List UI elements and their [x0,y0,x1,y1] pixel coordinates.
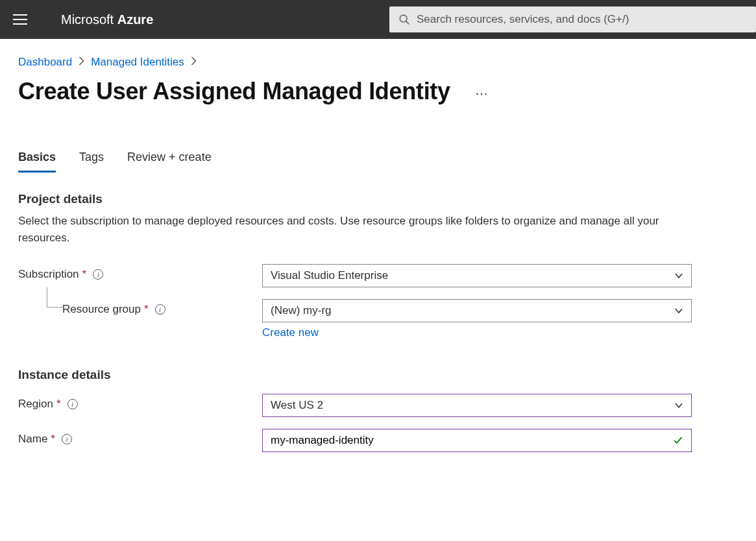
info-icon[interactable]: i [93,269,103,280]
more-actions-button[interactable]: ⋯ [470,83,494,104]
row-subscription: Subscription * i Visual Studio Enterpris… [18,264,738,287]
search-input[interactable] [417,13,747,26]
field-name [262,429,692,452]
top-header: Microsoft Azure [0,0,756,39]
global-search[interactable] [389,6,756,32]
required-asterisk: * [56,398,61,411]
tabs: Basics Tags Review + create [18,150,738,173]
create-new-link[interactable]: Create new [262,326,319,339]
subscription-select[interactable]: Visual Studio Enterprise [262,264,692,287]
info-icon[interactable]: i [62,434,72,444]
section-project-details-heading: Project details [18,192,738,206]
section-instance-details-heading: Instance details [18,368,738,382]
label-subscription: Subscription * i [18,264,262,281]
required-asterisk: * [144,303,149,316]
chevron-down-icon [674,271,683,280]
chevron-right-icon [79,56,84,69]
svg-line-1 [406,21,409,25]
main-content: Dashboard Managed Identities Create User… [0,39,756,469]
check-icon [672,435,684,446]
region-value: West US 2 [271,399,323,412]
search-icon [398,14,410,25]
chevron-right-icon [191,56,197,69]
region-select[interactable]: West US 2 [262,394,692,417]
label-region: Region * i [18,394,262,411]
menu-icon[interactable] [13,12,29,27]
field-region: West US 2 [262,394,692,417]
breadcrumb: Dashboard Managed Identities [18,56,738,69]
required-asterisk: * [51,433,55,446]
brand-suffix: Azure [117,12,154,27]
section-project-details-desc: Select the subscription to manage deploy… [18,213,661,246]
tab-basics[interactable]: Basics [18,150,56,173]
info-icon[interactable]: i [67,399,78,409]
row-resource-group: Resource group * i (New) my-rg Create ne… [18,299,738,339]
name-input-wrapper[interactable] [262,429,692,452]
chevron-down-icon [674,401,683,410]
region-label-text: Region [18,398,53,411]
tab-tags[interactable]: Tags [79,150,104,173]
subscription-label-text: Subscription [18,268,79,281]
brand-logo[interactable]: Microsoft Azure [61,12,153,27]
label-resource-group: Resource group * i [18,299,262,316]
field-resource-group: (New) my-rg Create new [262,299,692,339]
field-subscription: Visual Studio Enterprise [262,264,692,287]
info-icon[interactable]: i [155,304,165,315]
label-name: Name * i [18,429,262,446]
name-input[interactable] [271,434,672,447]
chevron-down-icon [674,306,683,315]
resource-group-label-text: Resource group [62,303,141,316]
subscription-value: Visual Studio Enterprise [271,269,388,282]
name-label-text: Name [18,433,47,446]
tab-review-create[interactable]: Review + create [127,150,212,173]
required-asterisk: * [82,268,87,281]
resource-group-value: (New) my-rg [271,304,332,317]
brand-prefix: Microsoft [61,12,117,27]
svg-point-0 [400,15,407,22]
breadcrumb-dashboard[interactable]: Dashboard [18,56,72,69]
page-title: Create User Assigned Managed Identity [18,78,450,105]
page-title-row: Create User Assigned Managed Identity ⋯ [18,78,738,105]
breadcrumb-managed-identities[interactable]: Managed Identities [91,56,184,69]
row-region: Region * i West US 2 [18,394,738,417]
row-name: Name * i [18,429,738,452]
resource-group-select[interactable]: (New) my-rg [262,299,692,322]
